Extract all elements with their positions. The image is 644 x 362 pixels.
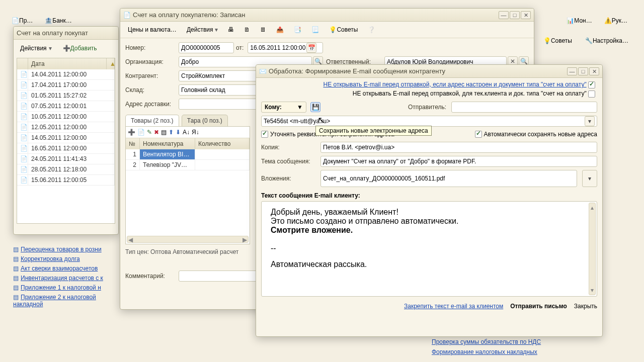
email-window: ✉️ Обработка: Формирование E-mail сообще… (256, 64, 603, 337)
minimize-icon: — (567, 67, 577, 75)
invoice-row[interactable]: 📄12.05.2011 12:00:00 (17, 122, 115, 133)
left-link[interactable]: Корректировка долга (21, 255, 80, 262)
left-link[interactable]: Приложение 2 к налоговой накладной (13, 294, 96, 308)
row-add-icon[interactable]: ➕ (128, 129, 135, 136)
row-copy-icon[interactable]: 📄 (137, 129, 145, 136)
delivery-addr-label: Адрес доставки: (125, 99, 176, 110)
calendar-icon[interactable]: 📅 (306, 43, 316, 53)
row-delete-icon[interactable]: ✖ (154, 129, 159, 136)
doc-actions-dropdown[interactable]: Действия (183, 24, 222, 35)
pin-text-button[interactable]: Закрепить текст e-mail за клиентом (404, 303, 503, 310)
invoice-row[interactable]: 📄24.05.2011 11:41:43 (17, 154, 115, 164)
close-button[interactable]: Закрыть (574, 303, 597, 310)
invoice-row[interactable]: 📄10.05.2011 12:00:00 (17, 112, 115, 122)
scrollbar[interactable]: ▴▾ (589, 203, 596, 295)
invoice-row[interactable]: 📄16.05.2011 12:00:00 (17, 143, 115, 154)
left-link[interactable]: Инвентаризация расчетов с к (21, 275, 103, 282)
goods-row[interactable]: 2 Телевізор "JV… (126, 160, 250, 170)
auto-save-label: Автоматически сохранять новые адреса (484, 131, 597, 138)
col-qty[interactable]: Количество (195, 138, 250, 149)
row-sort-icon[interactable]: Я↓ (192, 129, 199, 136)
doc-title: Счет на оплату покупателю: Записан (133, 11, 498, 19)
top-tabs-right: 📊 Мон… ⚠️ Рук… (563, 15, 632, 26)
row-down-icon[interactable]: ⬇ (176, 129, 181, 136)
send-button[interactable]: Отправить письмо (510, 303, 567, 310)
tab-tare[interactable]: Тара (0 поз.) (182, 115, 228, 126)
toolbar-icon[interactable]: 🖶 (224, 24, 237, 35)
warehouse-field[interactable]: Головний склад (181, 86, 225, 94)
prices-button[interactable]: Цены и валюта… (124, 24, 180, 35)
date-field[interactable]: 16.05.2011 12:00:00 (250, 44, 305, 51)
from-label: от: (236, 42, 246, 53)
toolbar-icon[interactable]: 🗏 (257, 24, 270, 35)
attach-label: Вложения: (261, 173, 316, 184)
auto-save-checkbox[interactable] (475, 131, 482, 138)
warehouse-label: Склад: (125, 84, 176, 96)
sender-field[interactable] (451, 102, 597, 113)
left-link[interactable]: Приложение 1 к налоговой н (21, 284, 101, 291)
org-field[interactable]: Добро (181, 58, 199, 65)
save-address-icon[interactable]: 💾 (310, 102, 320, 112)
tab-pr[interactable]: 📄 Пр… (8, 15, 36, 26)
row-up-icon[interactable]: ⬆ (169, 129, 174, 136)
invoice-row[interactable]: 📄14.05.2011 12:00:00 (17, 133, 115, 143)
top-tabs: 📄 Пр… 🏦 Банк… (8, 15, 76, 26)
invoice-row[interactable]: 📄28.05.2011 12:18:00 (17, 164, 115, 175)
left-link[interactable]: Акт сверки взаиморасчетов (21, 265, 98, 272)
toolbar-icon[interactable]: 📃 (308, 24, 323, 35)
col-date[interactable]: Дата (28, 58, 107, 69)
checkbox[interactable] (588, 90, 595, 98)
actions-dropdown[interactable]: Действия (17, 43, 55, 54)
tab-bank[interactable]: 🏦 Банк… (41, 15, 75, 26)
counterparty-field[interactable]: СтройКомплект (181, 72, 225, 79)
goods-row[interactable]: 1 Вентилятор BI… (126, 149, 250, 160)
row-sort-icon[interactable]: A↓ (183, 129, 190, 136)
left-link[interactable]: Переоценка товаров в розни (21, 246, 102, 253)
subject-field[interactable]: Документ "Счет на оплату" от "Добро" в ф… (323, 158, 476, 165)
subject-label: Тема сообщения: (261, 156, 316, 167)
row-edit-icon[interactable]: ✎ (147, 129, 152, 136)
invoice-row[interactable]: 📄17.04.2011 17:00:00 (17, 80, 115, 90)
email-title: Обработка: Формирование E-mail сообщения… (269, 67, 566, 75)
copy-field[interactable]: Петов В.И. <petrov@i.ua> (323, 144, 394, 151)
sender-label: Отправитель: (408, 102, 448, 113)
invoice-row[interactable]: 📄07.05.2011 12:00:01 (17, 101, 115, 112)
close-icon: ✕ (521, 11, 531, 19)
email-body[interactable]: Добрый день, уважаемый Клиент! Это письм… (261, 201, 597, 297)
invoice-row[interactable]: 📄01.05.2011 15:27:02 (17, 90, 115, 101)
col-nomenclature[interactable]: Номенклатура (140, 138, 195, 149)
opt-no-open-2: НЕ открывать E-mail перед отправкой, для… (353, 90, 587, 97)
refine-checkbox[interactable] (261, 131, 268, 138)
col-num[interactable]: № (126, 138, 140, 149)
row-move-icon[interactable]: ▤ (161, 129, 167, 136)
to-dropdown[interactable]: Кому:▼ (261, 102, 306, 113)
tab-goods[interactable]: Товары (2 поз.) (125, 115, 179, 126)
window-controls[interactable]: —□✕ (566, 67, 599, 75)
toolbar-icon[interactable]: 📑 (290, 24, 305, 35)
window-controls[interactable]: —□✕ (498, 11, 531, 19)
invoice-row[interactable]: 📄14.04.2011 12:00:00 (17, 69, 115, 80)
link-tax-invoices[interactable]: Формирование налоговых накладных (432, 348, 537, 355)
attach-dropdown-icon[interactable]: ▾ (582, 170, 597, 187)
maximize-icon: □ (578, 67, 588, 75)
checkbox[interactable] (588, 81, 595, 88)
tips-button[interactable]: 💡 Советы (540, 35, 576, 46)
opt-no-open-1[interactable]: НЕ открывать E-mail перед отправкой, есл… (323, 81, 586, 88)
tab-mon[interactable]: 📊 Мон… (563, 15, 595, 26)
attach-field[interactable]: Счет_на_оплату_ДО000000005_160511.pdf (323, 175, 445, 182)
number-field[interactable]: ДО000000005 (181, 44, 220, 51)
toolbar-icon[interactable]: 📤 (273, 24, 287, 35)
toolbar-icon[interactable]: 🗎 (240, 24, 254, 35)
invoice-row[interactable]: 📄15.06.2011 12:00:05 (17, 175, 115, 186)
add-button[interactable]: ➕ Добавить (59, 43, 101, 54)
link-vat-check[interactable]: Проверка суммы обязательств по НДС (432, 338, 541, 345)
tooltip: Сохранить новые электронные адреса (315, 126, 432, 136)
settings-button[interactable]: 🔧 Настройка… (582, 35, 632, 46)
maximize-icon: □ (510, 11, 520, 19)
tips-button[interactable]: 💡 Советы (326, 24, 361, 35)
dropdown-icon[interactable]: ▾ (585, 116, 595, 126)
tab-ruk[interactable]: ⚠️ Рук… (601, 15, 631, 26)
address-field[interactable]: Te5456st <m-utt@ya.ru> (264, 118, 330, 125)
help-icon[interactable]: ❔ (364, 24, 379, 35)
right-links: Проверка суммы обязательств по НДС Форми… (432, 338, 633, 355)
